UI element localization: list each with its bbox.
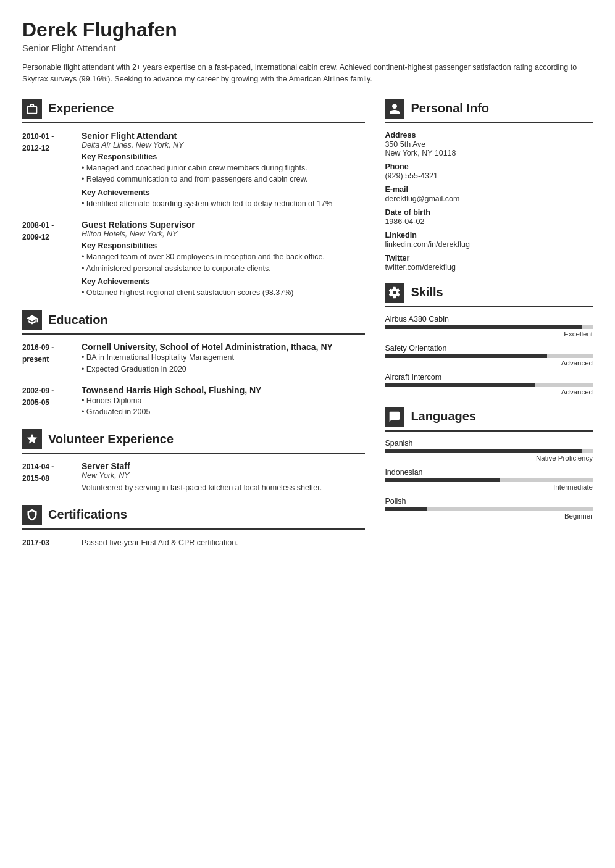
twitter-label: Twitter xyxy=(385,254,593,262)
edu-bullets: Honors DiplomaGraduated in 2005 xyxy=(82,395,365,419)
personal-info-section: Personal Info Address 350 5th AveNew Yor… xyxy=(385,99,593,272)
responsibility-item: Managed team of over 30 employees in rec… xyxy=(82,251,365,263)
achievements-label: Key Achievements xyxy=(82,277,365,286)
entry-date: 2010-01 -2012-12 xyxy=(22,131,72,210)
graduation-icon xyxy=(26,314,38,326)
edu-bullet-item: Expected Graduation in 2020 xyxy=(82,364,365,375)
entry-company: New York, NY xyxy=(82,471,365,480)
responsibilities-label: Key Responsibilities xyxy=(82,241,365,250)
personal-info-title: Personal Info xyxy=(411,101,489,115)
responsibilities-list: Managed team of over 30 employees in rec… xyxy=(82,251,365,275)
personal-info-header: Personal Info xyxy=(385,99,593,123)
skill-name: Safety Orientation xyxy=(385,344,593,353)
address-value: 350 5th AveNew York, NY 10118 xyxy=(385,140,593,157)
skills-gear-icon xyxy=(388,286,401,299)
volunteer-section: Volunteer Experience 2014-04 -2015-08 Se… xyxy=(22,429,365,494)
responsibility-item: Managed and coached junior cabin crew me… xyxy=(82,162,365,174)
email-label: E-mail xyxy=(385,185,593,194)
resume-name: Derek Flughafen xyxy=(22,19,593,41)
email-value: derekflug@gmail.com xyxy=(385,194,593,203)
entry-title: Guest Relations Supervisor xyxy=(82,220,365,230)
person-icon xyxy=(388,102,401,115)
linkedin-value: linkedin.com/in/derekflug xyxy=(385,240,593,249)
education-section: Education 2016-09 -present Cornell Unive… xyxy=(22,310,365,418)
experience-entry: 2010-01 -2012-12 Senior Flight Attendant… xyxy=(22,131,365,210)
language-name: Spanish xyxy=(385,439,593,448)
skills-section: Skills Airbus A380 Cabin Excellent Safet… xyxy=(385,283,593,396)
education-entry: 2002-09 -2005-05 Townsend Harris High Sc… xyxy=(22,385,365,419)
entry-content: Cornell University, School of Hotel Admi… xyxy=(82,342,365,375)
phone-value: (929) 555-4321 xyxy=(385,172,593,180)
volunteer-header: Volunteer Experience xyxy=(22,429,365,454)
certifications-list: 2017-03 Passed five-year First Aid & CPR… xyxy=(22,537,365,549)
cert-description: Passed five-year First Aid & CPR certifi… xyxy=(82,537,365,549)
language-bar-fill xyxy=(385,478,499,482)
entry-company: Hilton Hotels, New York, NY xyxy=(82,230,365,238)
skill-name: Aircraft Intercom xyxy=(385,373,593,382)
achievements-list: Obtained highest regional client satisfa… xyxy=(82,287,365,299)
skill-name: Airbus A380 Cabin xyxy=(385,315,593,323)
entry-title: Server Staff xyxy=(82,461,365,471)
education-title: Education xyxy=(48,313,108,327)
address-label: Address xyxy=(385,131,593,140)
experience-list: 2010-01 -2012-12 Senior Flight Attendant… xyxy=(22,131,365,299)
volunteer-list: 2014-04 -2015-08 Server Staff New York, … xyxy=(22,461,365,494)
responsibilities-list: Managed and coached junior cabin crew me… xyxy=(82,162,365,186)
resume-title: Senior Flight Attendant xyxy=(22,43,593,53)
education-entry: 2016-09 -present Cornell University, Sch… xyxy=(22,342,365,375)
certifications-header: Certifications xyxy=(22,505,365,530)
skill-bar xyxy=(385,383,593,387)
skills-icon xyxy=(385,283,404,303)
dob-label: Date of birth xyxy=(385,208,593,217)
languages-section: Languages Spanish Native Proficiency Ind… xyxy=(385,407,593,520)
language-name: Indonesian xyxy=(385,468,593,477)
entry-date: 2016-09 -present xyxy=(22,342,72,375)
entry-title: Cornell University, School of Hotel Admi… xyxy=(82,342,365,352)
skill-item: Safety Orientation Advanced xyxy=(385,344,593,367)
responsibility-item: Relayed communication to and from passen… xyxy=(82,173,365,185)
language-item: Spanish Native Proficiency xyxy=(385,439,593,462)
volunteer-title: Volunteer Experience xyxy=(48,432,174,446)
language-bar-fill xyxy=(385,507,426,511)
responsibility-item: Administered personal assistance to corp… xyxy=(82,263,365,275)
skill-level-label: Excellent xyxy=(385,330,593,338)
language-level-label: Beginner xyxy=(385,512,593,520)
linkedin-label: LinkedIn xyxy=(385,231,593,240)
entry-date: 2017-03 xyxy=(22,537,72,549)
volunteer-description: Volunteered by serving in fast-paced kit… xyxy=(82,482,365,494)
skill-level-label: Advanced xyxy=(385,359,593,367)
certifications-section: Certifications 2017-03 Passed five-year … xyxy=(22,505,365,549)
education-header: Education xyxy=(22,310,365,335)
certifications-icon xyxy=(22,505,42,525)
experience-title: Experience xyxy=(48,101,114,115)
skill-bar-fill xyxy=(385,383,534,387)
personal-info-content: Address 350 5th AveNew York, NY 10118 Ph… xyxy=(385,131,593,272)
certification-entry: 2017-03 Passed five-year First Aid & CPR… xyxy=(22,537,365,549)
language-bar xyxy=(385,449,593,453)
briefcase-icon xyxy=(26,102,38,115)
languages-title: Languages xyxy=(411,409,476,424)
responsibilities-label: Key Responsibilities xyxy=(82,152,365,161)
entry-content: Passed five-year First Aid & CPR certifi… xyxy=(82,537,365,549)
entry-title: Townsend Harris High School, Flushing, N… xyxy=(82,385,365,395)
language-bar xyxy=(385,478,593,482)
dob-value: 1986-04-02 xyxy=(385,217,593,226)
certificate-icon xyxy=(26,509,38,521)
skill-bar xyxy=(385,354,593,358)
achievement-item: Obtained highest regional client satisfa… xyxy=(82,287,365,299)
experience-section: Experience 2010-01 -2012-12 Senior Fligh… xyxy=(22,99,365,299)
entry-content: Server Staff New York, NY Volunteered by… xyxy=(82,461,365,494)
language-bar-fill xyxy=(385,449,582,453)
skill-level-label: Advanced xyxy=(385,388,593,396)
language-level-label: Native Proficiency xyxy=(385,454,593,462)
star-icon xyxy=(26,433,38,445)
edu-bullet-item: Honors Diploma xyxy=(82,395,365,407)
phone-label: Phone xyxy=(385,162,593,171)
edu-bullet-item: BA in International Hospitality Manageme… xyxy=(82,352,365,364)
chat-icon xyxy=(388,411,401,423)
education-icon xyxy=(22,310,42,330)
resume-summary: Personable flight attendant with 2+ year… xyxy=(22,62,593,85)
languages-header: Languages xyxy=(385,407,593,432)
entry-company: Delta Air Lines, New York, NY xyxy=(82,141,365,149)
skills-list: Airbus A380 Cabin Excellent Safety Orien… xyxy=(385,315,593,396)
